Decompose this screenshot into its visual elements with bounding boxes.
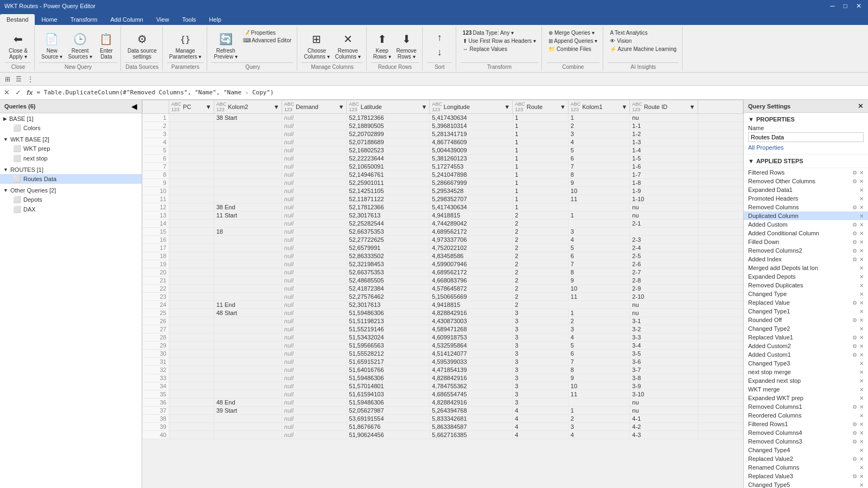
tab-help[interactable]: Help — [202, 14, 228, 25]
tab-home[interactable]: Home — [35, 14, 63, 25]
step-item-expanded-depots[interactable]: Expanded Depots✕ — [744, 272, 868, 281]
step-item-replaced-value2[interactable]: Replaced Value2⚙✕ — [744, 454, 868, 463]
sidebar-item-dax[interactable]: ⬜ DAX — [0, 204, 142, 214]
step-gear-removed-columns1[interactable]: ⚙ — [852, 404, 857, 410]
step-item-filled-down[interactable]: Filled Down⚙✕ — [744, 237, 868, 246]
step-item-removed-other-columns[interactable]: Removed Other Columns⚙✕ — [744, 177, 868, 185]
formula-confirm-button[interactable]: ✓ — [14, 88, 23, 97]
sort-asc-button[interactable]: ↑ — [435, 31, 444, 44]
formula-cancel-button[interactable]: ✕ — [2, 88, 11, 97]
step-item-changed-type[interactable]: Changed Type✕ — [744, 290, 868, 298]
step-item-added-custom2[interactable]: Added Custom2⚙✕ — [744, 342, 868, 350]
sidebar-item-depots[interactable]: ⬜ Depots — [0, 195, 142, 204]
col-header-kolom1[interactable]: ABC123 Kolom1 ▼ — [568, 100, 630, 114]
sidebar-collapse-button[interactable]: ◀ — [131, 102, 137, 111]
keep-rows-button[interactable]: ⬆ KeepRows ▾ — [371, 29, 393, 61]
step-item-promoted-headers[interactable]: Promoted Headers✕ — [744, 194, 868, 203]
all-properties-link[interactable]: All Properties — [748, 144, 783, 151]
step-gear-removed-columns[interactable]: ⚙ — [852, 204, 857, 210]
step-delete-filtered-rows[interactable]: ✕ — [859, 170, 864, 176]
toolbar-list-icon[interactable]: ☰ — [14, 75, 23, 84]
step-delete-filled-down[interactable]: ✕ — [859, 239, 864, 245]
enter-data-button[interactable]: 📋 EnterData — [95, 29, 117, 61]
query-group-wkt-base-header[interactable]: ▼ WKT BASE [2] — [0, 135, 142, 144]
tab-bestand[interactable]: Bestand — [0, 14, 35, 25]
vision-button[interactable]: 👁 Vision — [608, 37, 634, 44]
step-gear-removed-other-columns[interactable]: ⚙ — [852, 178, 857, 184]
step-delete-changed-type2[interactable]: ✕ — [859, 326, 864, 332]
step-gear-added-custom2[interactable]: ⚙ — [852, 343, 857, 349]
step-delete-filtered-rows1[interactable]: ✕ — [859, 421, 864, 427]
toolbar-grid-icon[interactable]: ⊞ — [3, 75, 12, 84]
step-item-added-index[interactable]: Added Index⚙✕ — [744, 255, 868, 264]
step-item-expanded-wkt-prep[interactable]: Expanded WKT prep✕ — [744, 394, 868, 402]
manage-params-button[interactable]: {} ManageParameters ▾ — [167, 29, 203, 61]
replace-values-button[interactable]: ↔ Replace Values — [461, 46, 509, 53]
minimize-button[interactable]: ─ — [828, 2, 837, 10]
step-delete-removed-columns3[interactable]: ✕ — [859, 439, 864, 445]
col-header-pc[interactable]: ABC123 PC ▼ — [169, 100, 214, 114]
step-gear-replaced-value3[interactable]: ⚙ — [852, 473, 857, 479]
step-delete-changed-type4[interactable]: ✕ — [859, 447, 864, 453]
step-delete-reordered-columns[interactable]: ✕ — [859, 413, 864, 419]
step-delete-promoted-headers[interactable]: ✕ — [859, 196, 864, 202]
step-delete-merged-add-depots[interactable]: ✕ — [859, 265, 864, 271]
step-delete-changed-type[interactable]: ✕ — [859, 291, 864, 297]
step-item-filtered-rows[interactable]: Filtered Rows⚙✕ — [744, 168, 868, 177]
step-item-changed-type5[interactable]: Changed Type5✕ — [744, 480, 868, 488]
sidebar-item-next-stop[interactable]: ⬜ next stop — [0, 153, 142, 163]
col-header-latitude[interactable]: ABC123 Latitude ▼ — [347, 100, 430, 114]
col-header-kolom2[interactable]: ABC123 Kolom2 ▼ — [214, 100, 282, 114]
data-type-button[interactable]: 123 Data Type: Any ▾ — [461, 29, 516, 36]
step-delete-removed-columns2[interactable]: ✕ — [859, 248, 864, 254]
step-gear-added-conditional-column[interactable]: ⚙ — [852, 230, 857, 236]
text-analytics-button[interactable]: A Text Analytics — [608, 29, 649, 36]
step-item-duplicated-column[interactable]: Duplicated Column✕ — [744, 211, 868, 220]
step-gear-filtered-rows1[interactable]: ⚙ — [852, 421, 857, 427]
choose-columns-button[interactable]: ⊞ ChooseColumns ▾ — [302, 29, 331, 61]
col-header-demand[interactable]: ABC123 Demand ▼ — [282, 100, 347, 114]
first-row-headers-button[interactable]: ⬆ Use First Row as Headers ▾ — [461, 37, 538, 44]
step-gear-removed-columns2[interactable]: ⚙ — [852, 248, 857, 254]
step-delete-replaced-value3[interactable]: ✕ — [859, 473, 864, 479]
step-delete-removed-columns4[interactable]: ✕ — [859, 430, 864, 436]
close-button[interactable]: ✕ — [854, 2, 864, 10]
step-item-changed-type3[interactable]: Changed Type3✕ — [744, 359, 868, 368]
azure-ml-button[interactable]: ⚡ Azure Machine Learning — [608, 46, 679, 53]
step-item-added-custom[interactable]: Added Custom⚙✕ — [744, 220, 868, 229]
sidebar-item-colors[interactable]: ⬜ Colors — [0, 123, 142, 133]
step-item-replaced-value3[interactable]: Replaced Value3⚙✕ — [744, 472, 868, 480]
step-item-wkt-merge[interactable]: WKT merge✕ — [744, 385, 868, 394]
step-gear-replaced-value2[interactable]: ⚙ — [852, 456, 857, 462]
query-group-routes-header[interactable]: ▼ ROUTES [1] — [0, 165, 142, 174]
step-delete-removed-columns1[interactable]: ✕ — [859, 404, 864, 410]
col-header-route[interactable]: ABC123 Route ▼ — [513, 100, 569, 114]
maximize-button[interactable]: □ — [841, 2, 850, 10]
step-item-expanded-next-stop[interactable]: Expanded next stop✕ — [744, 376, 868, 385]
query-settings-close-button[interactable]: ✕ — [858, 102, 864, 110]
step-delete-renamed-columns[interactable]: ✕ — [859, 465, 864, 471]
step-delete-added-custom[interactable]: ✕ — [859, 222, 864, 228]
step-gear-added-index[interactable]: ⚙ — [852, 256, 857, 262]
step-item-removed-columns4[interactable]: Removed Columns4⚙✕ — [744, 428, 868, 437]
step-item-removed-columns1[interactable]: Removed Columns1⚙✕ — [744, 402, 868, 411]
combine-files-button[interactable]: 📁 Combine Files — [546, 46, 593, 53]
step-item-replaced-value1[interactable]: Replaced Value1⚙✕ — [744, 333, 868, 342]
refresh-preview-button[interactable]: 🔄 RefreshPreview ▾ — [212, 29, 239, 61]
step-delete-added-index[interactable]: ✕ — [859, 256, 864, 262]
step-item-next-stop-merge[interactable]: next stop merge✕ — [744, 368, 868, 376]
step-delete-expanded-next-stop[interactable]: ✕ — [859, 378, 864, 384]
step-item-reordered-columns[interactable]: Reordered Columns✕ — [744, 411, 868, 420]
step-delete-duplicated-column[interactable]: ✕ — [859, 213, 864, 219]
step-item-changed-type4[interactable]: Changed Type4✕ — [744, 446, 868, 454]
append-queries-button[interactable]: ⊞ Append Queries ▾ — [546, 37, 599, 44]
step-delete-changed-type5[interactable]: ✕ — [859, 482, 864, 488]
step-delete-removed-columns[interactable]: ✕ — [859, 204, 864, 210]
step-gear-filled-down[interactable]: ⚙ — [852, 239, 857, 245]
step-delete-replaced-value2[interactable]: ✕ — [859, 456, 864, 462]
query-group-base-header[interactable]: ▶ BASE [1] — [0, 114, 142, 123]
properties-button[interactable]: 📝 Properties — [241, 29, 294, 36]
step-delete-added-custom1[interactable]: ✕ — [859, 352, 864, 358]
step-delete-replaced-value1[interactable]: ✕ — [859, 335, 864, 341]
step-gear-rounded-off[interactable]: ⚙ — [852, 317, 857, 323]
